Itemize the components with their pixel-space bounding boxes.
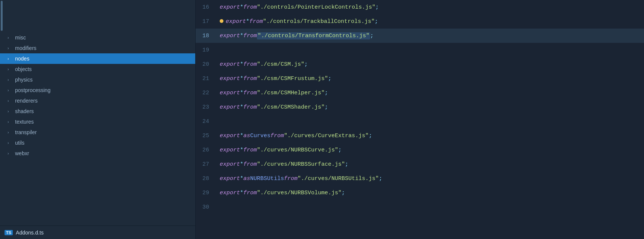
sidebar-item-label: textures xyxy=(15,119,34,125)
token-string: "./curves/NURBSSurface.js" xyxy=(257,161,345,168)
sidebar-item-modifiers[interactable]: ›modifiers xyxy=(0,43,195,53)
line-content: export * from "./curves/NURBSSurface.js"… xyxy=(217,161,348,168)
token-kw-from: from xyxy=(243,147,257,153)
code-line-30: 30 xyxy=(196,200,644,214)
token-kw-from: from xyxy=(243,33,257,39)
token-op-star: * xyxy=(240,147,243,153)
token-op-star: * xyxy=(240,90,243,96)
token-kw-from: from xyxy=(243,76,257,82)
token-string: "./csm/CSMHelper.js" xyxy=(257,90,325,96)
token-identifier: Curves xyxy=(250,133,270,139)
sidebar-item-label: shaders xyxy=(15,108,34,114)
token-semicolon: ; xyxy=(325,90,328,96)
token-kw-export: export xyxy=(220,190,240,196)
line-content: export * as Curves from "./curves/CurveE… xyxy=(217,133,372,139)
line-number: 28 xyxy=(196,175,217,182)
line-number: 22 xyxy=(196,90,217,96)
token-kw-from: from xyxy=(270,133,284,139)
line-number: 23 xyxy=(196,104,217,110)
sidebar-item-transpiler[interactable]: ›transpiler xyxy=(0,127,195,138)
token-kw-from: from xyxy=(243,4,257,11)
scrollbar-thumb[interactable] xyxy=(1,1,3,31)
token-kw-export: export xyxy=(220,33,240,39)
code-line-17: 17export * from "./controls/TrackballCon… xyxy=(196,14,644,29)
line-content: export * from "./controls/TrackballContr… xyxy=(217,18,378,25)
token-kw-export: export xyxy=(220,76,240,82)
token-kw-export: export xyxy=(220,133,240,139)
line-number: 29 xyxy=(196,190,217,196)
line-content: export * from "./controls/TransformContr… xyxy=(217,32,374,39)
sidebar-item-postprocessing[interactable]: ›postprocessing xyxy=(0,85,195,95)
token-op-star: * xyxy=(240,133,243,139)
sidebar-item-objects[interactable]: ›objects xyxy=(0,64,195,74)
sidebar-tree: ›misc›modifiers›nodes›objects›physics›po… xyxy=(0,31,195,225)
code-line-20: 20export * from "./csm/CSM.js"; xyxy=(196,57,644,71)
token-kw-from: from xyxy=(243,104,257,110)
token-op-star: * xyxy=(240,161,243,168)
chevron-right-icon: › xyxy=(8,46,13,50)
sidebar-item-label: nodes xyxy=(15,56,29,62)
line-content: export * from "./curves/NURBSVolume.js"; xyxy=(217,190,345,196)
token-kw-export: export xyxy=(220,61,240,68)
token-string: "./curves/NURBSCurve.js" xyxy=(257,147,338,153)
line-number: 25 xyxy=(196,133,217,139)
sidebar-item-misc[interactable]: ›misc xyxy=(0,32,195,43)
code-line-21: 21export * from "./csm/CSMFrustum.js"; xyxy=(196,71,644,86)
token-op-star: * xyxy=(240,76,243,82)
chevron-right-icon: › xyxy=(8,141,13,145)
sidebar-item-nodes[interactable]: ›nodes xyxy=(0,53,195,64)
line-number: 16 xyxy=(196,4,217,11)
token-string: "./curves/NURBSUtils.js" xyxy=(298,175,379,182)
sidebar-item-label: physics xyxy=(15,77,33,83)
code-line-24: 24 xyxy=(196,114,644,129)
sidebar-item-utils[interactable]: ›utils xyxy=(0,138,195,148)
token-op-star: * xyxy=(240,61,243,68)
code-line-29: 29export * from "./curves/NURBSVolume.js… xyxy=(196,186,644,200)
token-kw-from: from xyxy=(243,61,257,68)
chevron-right-icon: › xyxy=(8,88,13,92)
bullet-icon xyxy=(220,19,223,23)
code-line-16: 16export * from "./controls/PointerLockC… xyxy=(196,0,644,14)
code-lines: 16export * from "./controls/PointerLockC… xyxy=(196,0,644,239)
ts-badge: TS xyxy=(5,230,13,235)
token-kw-export: export xyxy=(226,18,246,25)
token-semicolon: ; xyxy=(325,104,328,110)
sidebar-item-textures[interactable]: ›textures xyxy=(0,116,195,127)
line-number: 20 xyxy=(196,61,217,68)
sidebar-scrollbar[interactable] xyxy=(0,0,3,31)
token-kw-from: from xyxy=(243,161,257,168)
token-op-star: * xyxy=(240,104,243,110)
sidebar-item-renderers[interactable]: ›renderers xyxy=(0,95,195,106)
code-line-26: 26export * from "./curves/NURBSCurve.js"… xyxy=(196,143,644,157)
token-string: "./controls/PointerLockControls.js" xyxy=(257,4,375,11)
chevron-right-icon: › xyxy=(8,120,13,124)
token-semicolon: ; xyxy=(375,4,379,11)
sidebar-item-shaders[interactable]: ›shaders xyxy=(0,106,195,116)
sidebar-item-label: renderers xyxy=(15,98,38,104)
chevron-right-icon: › xyxy=(8,151,13,156)
code-editor: 16export * from "./controls/PointerLockC… xyxy=(196,0,644,239)
line-content: export * from "./curves/NURBSCurve.js"; xyxy=(217,147,342,153)
sidebar-item-label: modifiers xyxy=(15,45,36,51)
sidebar-item-physics[interactable]: ›physics xyxy=(0,74,195,85)
token-semicolon: ; xyxy=(304,61,308,68)
line-number: 19 xyxy=(196,47,217,53)
token-semicolon: ; xyxy=(342,190,345,196)
chevron-right-icon: › xyxy=(8,77,13,82)
sidebar-item-webxr[interactable]: ›webxr xyxy=(0,148,195,159)
token-kw-export: export xyxy=(220,4,240,11)
line-number: 17 xyxy=(196,18,217,25)
token-string: "./curves/CurveExtras.js" xyxy=(284,133,369,139)
token-kw-as: as xyxy=(243,133,250,139)
code-line-27: 27export * from "./curves/NURBSSurface.j… xyxy=(196,157,644,171)
file-explorer-sidebar: ›misc›modifiers›nodes›objects›physics›po… xyxy=(0,0,196,239)
token-op-star: * xyxy=(240,190,243,196)
token-kw-from: from xyxy=(284,175,298,182)
line-number: 18 xyxy=(196,33,217,39)
token-op-star: * xyxy=(246,18,249,25)
sidebar-bottom-file: TS Addons.d.ts xyxy=(0,225,195,239)
line-content: export * from "./csm/CSMFrustum.js"; xyxy=(217,76,331,82)
token-kw-export: export xyxy=(220,175,240,182)
chevron-right-icon: › xyxy=(8,109,13,113)
chevron-right-icon: › xyxy=(8,35,13,40)
